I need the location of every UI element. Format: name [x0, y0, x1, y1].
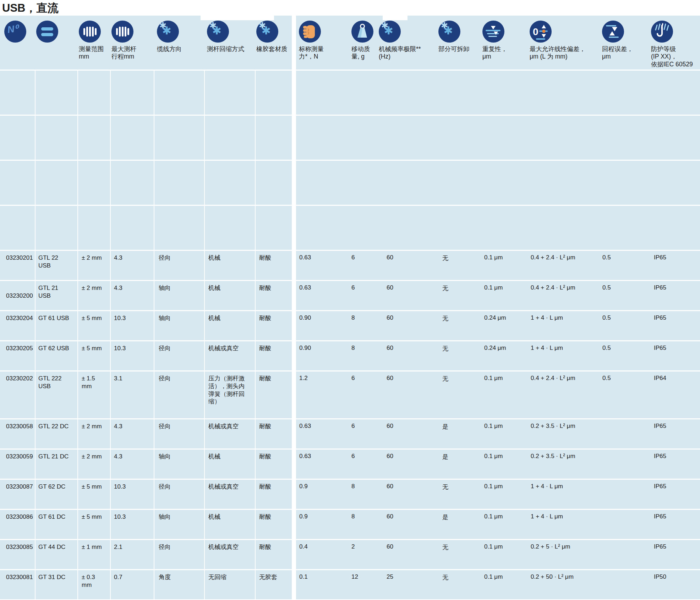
travel-cell: 10.3 — [111, 341, 154, 370]
force-value: 0.4 — [299, 543, 308, 550]
ip-value: IP65 — [654, 483, 666, 490]
mass-value: 6 — [351, 254, 355, 261]
model-cell: GTL 21 USB — [35, 281, 77, 310]
hysteresis-value: 0.5 — [602, 314, 611, 321]
specs-band: 0.4 2 60 无 0.1 μm 0.2 + 5 · L² μm IP65 — [296, 540, 700, 569]
model-cell — [35, 161, 77, 205]
ip-value: IP64 — [654, 375, 666, 382]
retraction-cell: 机械或真空 — [205, 480, 255, 509]
removable-value: 无 — [442, 375, 448, 383]
order-number-cell: 03230058 — [0, 419, 35, 448]
force-value: 0.9 — [299, 513, 308, 520]
ip-value: IP65 — [654, 423, 666, 430]
retraction-cell: 机械 — [205, 251, 255, 280]
travel-cell: 3.1 — [111, 371, 154, 418]
travel-cell: 0.7 — [111, 570, 154, 599]
retraction-cell: 无回缩 — [205, 570, 255, 599]
spec-table: N⁰ 测量范围 mm 最大测杆 行程mm ✱✱ 缆线方向 ✱✱ — [0, 16, 700, 599]
repeatability-value: 0.1 μm — [484, 375, 503, 382]
retraction-cell: 机械或真空 — [205, 540, 255, 569]
ip-value: IP65 — [654, 543, 666, 550]
repeatability-value: 0.24 μm — [484, 314, 506, 321]
hysteresis-value: 0.5 — [602, 284, 611, 291]
force-value: 0.9 — [299, 483, 308, 490]
specs-band — [296, 161, 700, 205]
linearity-value: 0.4 + 2.4 · L² μm — [531, 284, 575, 291]
cable-direction-cell: 径向 — [154, 341, 204, 370]
table-row: 03230059 GTL 21 DC ± 2 mm 4.3 轴向 机械 耐酸 0… — [0, 450, 700, 479]
range-cell: ± 5 mm — [78, 480, 110, 509]
range-cell — [78, 161, 110, 205]
page-title: USB，直流 — [0, 0, 700, 16]
repeatability-value: 0.1 μm — [484, 284, 503, 291]
table-body: 03230201 GTL 22 USB ± 2 mm 4.3 径向 机械 耐酸 … — [0, 71, 700, 599]
table-row: 03230086 GT 61 DC ± 5 mm 10.3 轴向 机械 耐酸 0… — [0, 510, 700, 539]
removable-value: 无 — [442, 573, 448, 582]
header-label: 防护等级 (IP XX)， 依据IEC 60529 — [651, 45, 700, 68]
frequency-value: 60 — [387, 453, 393, 460]
mass-value: 2 — [351, 543, 355, 550]
specs-band: 1.2 6 60 无 0.1 μm 0.4 + 2.4 · L² μm 0.5 … — [296, 371, 700, 418]
frequency-value: 60 — [387, 483, 393, 490]
table-row: 03230087 GT 62 DC ± 5 mm 10.3 径向 机械或真空 耐… — [0, 480, 700, 509]
cable-direction-cell: 径向 — [154, 371, 204, 418]
repeatability-value: 0.1 μm — [484, 423, 503, 430]
cable-direction-cell: 径向 — [154, 251, 204, 280]
cable-direction-cell: 轴向 — [154, 311, 204, 340]
hysteresis-value: 0.5 — [602, 345, 611, 352]
mass-value: 8 — [351, 314, 355, 321]
retraction-cell: 机械 — [205, 450, 255, 479]
table-row: 03230201 GTL 22 USB ± 2 mm 4.3 径向 机械 耐酸 … — [0, 251, 700, 280]
cable-direction-cell: 轴向 — [154, 450, 204, 479]
travel-cell: 10.3 — [111, 311, 154, 340]
model-cell — [35, 206, 77, 250]
table-row: 03230085 GT 44 DC ± 1 mm 2.1 径向 机械或真空 耐酸… — [0, 540, 700, 569]
range-cell: ± 2 mm — [78, 450, 110, 479]
linearity-value: 1 + 4 · L μm — [531, 314, 563, 321]
order-number-cell: 03230201 — [0, 251, 35, 280]
empty-product-row — [0, 206, 700, 250]
travel-cell: 4.3 — [111, 419, 154, 448]
frequency-value: 60 — [387, 513, 393, 520]
specs-band: 0.9 8 60 是 0.1 μm 1 + 4 · L μm IP65 — [296, 510, 700, 539]
retraction-cell — [205, 206, 255, 250]
travel-cell: 4.3 — [111, 251, 154, 280]
linearity-value: 1 + 4 · L μm — [531, 345, 563, 352]
frequency-limit-icon: ✱✱ — [379, 21, 401, 43]
frequency-value: 60 — [387, 423, 393, 430]
frequency-value: 60 — [387, 345, 393, 352]
repeatability-icon — [482, 21, 504, 43]
sleeve-cell — [256, 161, 292, 205]
linearity-icon: 0 — [530, 21, 552, 43]
range-cell: ± 5 mm — [78, 311, 110, 340]
equals-icon — [36, 21, 58, 43]
model-cell: GTL 22 DC — [35, 419, 77, 448]
mass-value: 8 — [351, 483, 355, 490]
mass-value: 8 — [351, 345, 355, 352]
range-cell: ± 5 mm — [78, 510, 110, 539]
model-cell: GT 62 USB — [35, 341, 77, 370]
table-header: N⁰ 测量范围 mm 最大测杆 行程mm ✱✱ 缆线方向 ✱✱ — [0, 16, 700, 70]
travel-cell — [111, 116, 154, 160]
table-row: 03230202 GTL 222 USB ± 1.5 mm 3.1 径向 压力（… — [0, 371, 700, 418]
mass-value: 8 — [351, 513, 355, 520]
travel-cell: 4.3 — [111, 281, 154, 310]
cable-direction-cell: 轴向 — [154, 510, 204, 539]
cable-direction-cell — [154, 161, 204, 205]
scan-artifact — [201, 16, 274, 20]
header-left-band: N⁰ 测量范围 mm 最大测杆 行程mm ✱✱ 缆线方向 ✱✱ — [0, 16, 292, 70]
repeatability-value: 0.1 μm — [484, 543, 503, 550]
table-row: 03230081 GT 31 DC ± 0.3 mm 0.7 角度 无回缩 无胶… — [0, 570, 700, 599]
model-cell: GT 61 USB — [35, 311, 77, 340]
sleeve-cell — [256, 71, 292, 115]
model-cell — [35, 116, 77, 160]
table-row: 03230204 GT 61 USB ± 5 mm 10.3 轴向 机械 耐酸 … — [0, 311, 700, 340]
specs-band: 0.63 6 60 无 0.1 μm 0.4 + 2.4 · L² μm 0.5… — [296, 281, 700, 310]
removable-value: 无 — [442, 314, 448, 323]
specs-band: 0.63 6 60 无 0.1 μm 0.4 + 2.4 · L² μm 0.5… — [296, 251, 700, 280]
retraction-cell: 机械 — [205, 510, 255, 539]
linearity-value: 1 + 4 · L μm — [531, 513, 563, 520]
retraction-cell — [205, 116, 255, 160]
sleeve-cell: 耐酸 — [256, 311, 292, 340]
table-row: 03230205 GT 62 USB ± 5 mm 10.3 径向 机械或真空 … — [0, 341, 700, 370]
